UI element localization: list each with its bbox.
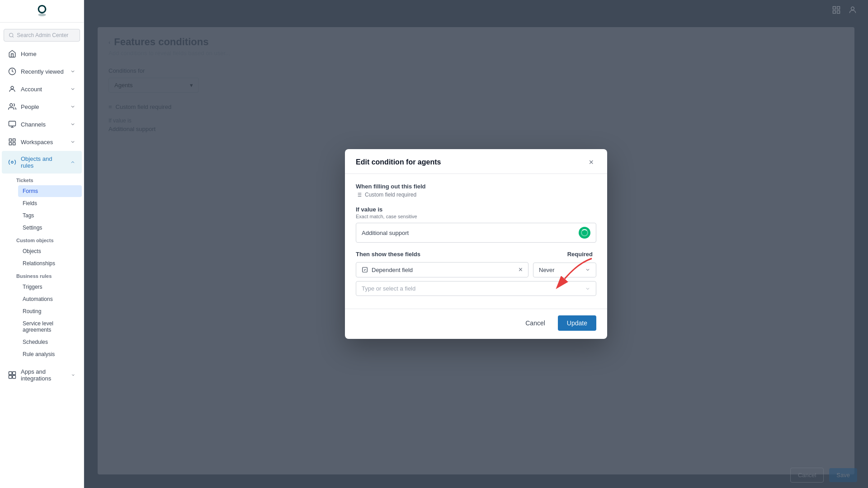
sidebar-item-sla[interactable]: Service level agreements	[18, 318, 82, 336]
sidebar-item-recently-viewed[interactable]: Recently viewed	[2, 63, 82, 80]
sidebar-item-label: Recently viewed	[21, 68, 64, 75]
modal-header: Edit condition for agents ×	[345, 149, 607, 174]
sidebar-item-routing[interactable]: Routing	[18, 305, 82, 317]
business-rules-sub-nav: Triggers Automations Routing Service lev…	[0, 281, 84, 360]
svg-rect-9	[9, 139, 11, 141]
sidebar-item-triggers[interactable]: Triggers	[18, 281, 82, 293]
sidebar-item-tickets-forms[interactable]: Forms	[18, 185, 82, 197]
modal-title: Edit condition for agents	[356, 158, 441, 166]
checkbox-icon	[362, 267, 368, 273]
required-label: Required	[567, 251, 593, 258]
type-or-select-dropdown[interactable]: Type or select a field	[356, 281, 596, 296]
people-icon	[8, 103, 16, 111]
svg-point-13	[11, 161, 14, 164]
workspaces-icon	[8, 138, 16, 146]
sidebar-item-schedules[interactable]: Schedules	[18, 336, 82, 348]
sidebar-item-tickets-settings[interactable]: Settings	[18, 222, 82, 234]
sidebar-item-objects-rules[interactable]: Objects and rules	[2, 151, 82, 174]
sidebar-item-objects[interactable]: Objects	[18, 245, 82, 257]
if-value-label: If value is	[356, 206, 596, 213]
modal-close-button[interactable]: ×	[586, 157, 596, 167]
svg-rect-11	[9, 143, 11, 145]
sidebar: Home Recently viewed Account People Chan…	[0, 0, 84, 488]
search-box[interactable]	[4, 29, 80, 42]
chevron-down-icon	[585, 267, 590, 272]
chevron-down-icon	[71, 372, 75, 378]
apps-icon	[8, 371, 16, 379]
chevron-down-icon	[70, 69, 75, 74]
search-input[interactable]	[17, 32, 75, 38]
custom-objects-sub-nav: Objects Relationships	[0, 245, 84, 269]
sidebar-item-label: Home	[21, 51, 37, 57]
sidebar-item-relationships[interactable]: Relationships	[18, 258, 82, 269]
modal-overlay: Edit condition for agents × When filling…	[84, 0, 868, 488]
sidebar-item-workspaces[interactable]: Workspaces	[2, 133, 82, 150]
then-show-label: Then show these fields	[356, 251, 420, 258]
channels-icon	[8, 120, 16, 128]
sidebar-item-label: People	[21, 103, 39, 110]
main-content: ‹ Features conditions Add conditions to …	[84, 0, 868, 488]
if-value-sub: Exact match, case sensitive	[356, 214, 596, 219]
search-icon	[9, 32, 14, 38]
clock-icon	[8, 67, 16, 75]
loading-spinner	[579, 227, 590, 239]
sidebar-item-people[interactable]: People	[2, 98, 82, 115]
dependent-field-box: Dependent field ×	[356, 262, 528, 277]
list-icon	[356, 192, 362, 198]
sidebar-item-tickets-fields[interactable]: Fields	[18, 197, 82, 209]
remove-field-button[interactable]: ×	[519, 266, 523, 273]
svg-point-4	[11, 86, 14, 89]
sidebar-item-label: Channels	[21, 121, 46, 128]
sidebar-item-label: Objects and rules	[21, 155, 66, 169]
sidebar-item-label: Account	[21, 86, 42, 93]
svg-rect-16	[9, 375, 12, 379]
svg-rect-14	[9, 372, 12, 375]
chevron-down-icon	[70, 139, 75, 145]
modal-footer: Cancel Update	[345, 309, 607, 339]
home-icon	[8, 50, 16, 58]
dependent-field-row: Dependent field × Never	[356, 262, 596, 277]
chevron-down-icon	[70, 122, 75, 127]
chevron-up-icon	[70, 160, 75, 165]
sidebar-item-channels[interactable]: Channels	[2, 116, 82, 133]
tickets-sub-nav: Forms Fields Tags Settings	[0, 185, 84, 234]
sidebar-item-label: Workspaces	[21, 139, 53, 145]
sidebar-navigation: Home Recently viewed Account People Chan…	[0, 23, 84, 488]
chevron-down-icon	[70, 104, 75, 109]
chevron-down-icon	[585, 286, 590, 291]
if-value-input[interactable]	[362, 230, 575, 236]
svg-rect-15	[13, 372, 16, 375]
dependent-field-label: Dependent field	[372, 267, 515, 273]
svg-point-1	[9, 33, 13, 37]
sidebar-item-account[interactable]: Account	[2, 80, 82, 98]
edit-condition-modal: Edit condition for agents × When filling…	[345, 149, 607, 339]
then-section-header: Then show these fields Required	[356, 251, 596, 258]
required-select[interactable]: Never	[533, 263, 596, 277]
svg-point-5	[10, 103, 13, 106]
chevron-down-icon	[70, 86, 75, 92]
sidebar-item-home[interactable]: Home	[2, 45, 82, 62]
when-filling-section: When filling out this field Custom field…	[356, 183, 596, 198]
cancel-button[interactable]: Cancel	[518, 316, 552, 330]
sidebar-item-apps-integrations[interactable]: Apps and integrations	[2, 364, 82, 386]
sidebar-item-rule-analysis[interactable]: Rule analysis	[18, 348, 82, 360]
modal-body: When filling out this field Custom field…	[345, 174, 607, 309]
when-filling-label: When filling out this field	[356, 183, 596, 190]
svg-rect-6	[9, 121, 16, 126]
type-or-select-placeholder: Type or select a field	[362, 285, 415, 292]
svg-rect-12	[13, 143, 15, 145]
sidebar-logo	[0, 0, 84, 23]
business-rules-section-title: Business rules	[0, 270, 84, 281]
sidebar-item-automations[interactable]: Automations	[18, 293, 82, 305]
tickets-section-title: Tickets	[0, 174, 84, 185]
sidebar-item-tickets-tags[interactable]: Tags	[18, 210, 82, 221]
custom-objects-section-title: Custom objects	[0, 234, 84, 245]
objects-icon	[8, 158, 16, 166]
type-or-select-row: Type or select a field	[356, 281, 596, 296]
account-icon	[8, 85, 16, 93]
sidebar-item-label: Apps and integrations	[21, 368, 66, 382]
if-value-input-row	[356, 223, 596, 243]
svg-line-2	[13, 36, 14, 37]
svg-rect-10	[13, 139, 15, 141]
update-button[interactable]: Update	[558, 315, 596, 331]
